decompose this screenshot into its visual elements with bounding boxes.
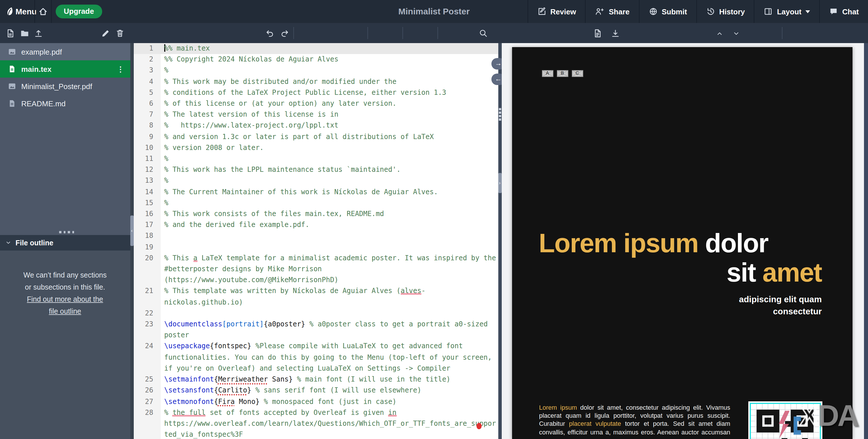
code-line-2[interactable]: 2%% Copyright 2024 Níckolas de Aguiar Al… — [134, 54, 498, 65]
file-tree-item-example.pdf[interactable]: example.pdf — [0, 43, 130, 60]
code-line-24[interactable]: 24\usepackage{fontspec} %Please compile … — [134, 341, 498, 374]
file-outline-body: We can’t find any sections or subsection… — [0, 251, 130, 439]
code-line-10[interactable]: 10% version 2008 or later. — [134, 143, 498, 153]
line-number: 2 — [134, 54, 161, 65]
line-content: \usepackage{fontspec} %Please compile wi… — [161, 341, 496, 374]
code-line-9[interactable]: 9% and version 1.3c or later is part of … — [134, 131, 498, 142]
file-menu-kebab-icon[interactable]: ⋮ — [117, 65, 124, 73]
file-list: example.pdfmain.tex⋮Minimalist_Poster.pd… — [0, 43, 130, 112]
code-editor-pane[interactable]: 1%% main.tex2%% Copyright 2024 Níckolas … — [134, 43, 498, 439]
collapse-sidebar-chevron[interactable]: ‹ — [130, 215, 134, 246]
poster-image-placeholders: ABC — [541, 70, 583, 77]
code-line-5[interactable]: 5% conditions of the LaTeX Project Publi… — [134, 87, 498, 98]
code-line-11[interactable]: 11% — [134, 153, 498, 164]
code-line-18[interactable]: 18 — [134, 231, 498, 242]
chat-button[interactable]: Chat — [819, 0, 868, 23]
code-line-13[interactable]: 13% — [134, 176, 498, 186]
code-line-3[interactable]: 3% — [134, 65, 498, 76]
file-outline-header[interactable]: File outline — [0, 235, 130, 251]
image-file-icon — [8, 48, 16, 56]
submit-icon — [648, 7, 658, 16]
poster-body-row: convallis, efficitur urna a, maximus ero… — [539, 428, 730, 436]
poster-subtitle: adipiscing elit quam consectetur — [739, 293, 822, 317]
line-number: 5 — [134, 87, 161, 98]
editor-pdf-divider[interactable]: › — [498, 43, 501, 439]
collapse-pdf-chevron[interactable]: › — [498, 173, 501, 193]
code-line-20[interactable]: 20% This a LaTeX template for a minimali… — [134, 253, 498, 286]
code-line-19[interactable]: 19 — [134, 242, 498, 253]
code-line-8[interactable]: 8% https://www.latex-project.org/lppl.tx… — [134, 120, 498, 131]
upload-icon[interactable] — [34, 28, 43, 38]
undo-icon[interactable] — [265, 28, 274, 38]
line-number: 26 — [134, 385, 161, 396]
file-name: README.md — [21, 99, 66, 108]
toolbar-separator — [402, 27, 403, 39]
code-line-25[interactable]: 25\setmainfont{Merriweather Sans} % main… — [134, 374, 498, 385]
outline-resize-grip[interactable] — [59, 231, 74, 233]
next-page-icon[interactable] — [733, 30, 740, 37]
download-pdf-icon[interactable] — [611, 28, 620, 38]
file-outline-title: File outline — [16, 239, 53, 247]
pdf-poster-page[interactable]: ABC Lorem ipsum dolor sit amet adipiscin… — [512, 47, 852, 439]
line-number: 16 — [134, 209, 161, 220]
line-content — [161, 308, 496, 319]
line-content: % This work may be distributed and/or mo… — [161, 76, 496, 87]
chevron-down-icon — [805, 10, 810, 13]
compile-logs-icon[interactable] — [593, 28, 602, 38]
line-number: 4 — [134, 76, 161, 87]
code-line-28[interactable]: 28% the full set of fonts accepted by Ov… — [134, 407, 498, 439]
code-line-23[interactable]: 23\documentclass[portrait]{a0poster} % a… — [134, 319, 498, 341]
line-number: 27 — [134, 396, 161, 407]
outline-help-link[interactable]: Find out more about thefile outline — [27, 295, 103, 316]
xda-bolt-mark — [779, 411, 789, 438]
toolbar-separator — [293, 27, 294, 39]
redo-icon[interactable] — [280, 28, 289, 38]
file-tree-item-main.tex[interactable]: main.tex⋮ — [0, 60, 130, 78]
code-line-14[interactable]: 14% The Current Maintainer of this work … — [134, 186, 498, 197]
file-tree-item-README.md[interactable]: README.md — [0, 95, 130, 112]
delete-trash-icon[interactable] — [115, 28, 125, 38]
line-number: 7 — [134, 109, 161, 120]
code-line-21[interactable]: 21% This template was written by Níckola… — [134, 286, 498, 308]
code-line-16[interactable]: 16% This work consists of the files main… — [134, 209, 498, 220]
previous-page-icon[interactable] — [716, 30, 723, 37]
poster-body-row: placerat quam id ligula porttitor, volut… — [539, 411, 730, 419]
pdf-preview-pane: ABC Lorem ipsum dolor sit amet adipiscin… — [501, 43, 868, 439]
layout-button[interactable]: Layout — [754, 0, 819, 23]
code-line-1[interactable]: 1%% main.tex — [134, 43, 498, 54]
line-content: % This work has the LPPL maintenance sta… — [161, 164, 496, 175]
chat-icon — [829, 7, 838, 16]
line-content: % version 2008 or later. — [161, 143, 496, 153]
toolbar-separator — [437, 27, 438, 39]
code-line-12[interactable]: 12% This work has the LPPL maintenance s… — [134, 164, 498, 175]
overleaf-app: Menu Upgrade Minimalist Poster ReviewSha… — [0, 0, 868, 439]
line-number: 28 — [134, 407, 161, 439]
new-folder-icon[interactable] — [20, 28, 29, 38]
rename-pencil-icon[interactable] — [101, 28, 110, 38]
code-line-17[interactable]: 17% and the derived file example.pdf. — [134, 220, 498, 231]
pdf-scrollbar[interactable] — [864, 43, 868, 439]
code-line-26[interactable]: 26\setsansfont{Carlito} % sans serif fon… — [134, 385, 498, 396]
line-content: % https://www.latex-project.org/lppl.txt — [161, 120, 496, 131]
review-button[interactable]: Review — [527, 0, 585, 23]
file-tree-item-Minimalist_Poster.pdf[interactable]: Minimalist_Poster.pdf — [0, 78, 130, 95]
code-line-27[interactable]: 27\setmonofont{Fira Mono} % monospaced f… — [134, 396, 498, 407]
line-number: 18 — [134, 231, 161, 242]
code-line-22[interactable]: 22 — [134, 308, 498, 319]
submit-button[interactable]: Submit — [639, 0, 696, 23]
history-button[interactable]: History — [696, 0, 754, 23]
code-line-6[interactable]: 6% of this license or (at your option) a… — [134, 98, 498, 109]
code-line-15[interactable]: 15% — [134, 198, 498, 209]
divider-grip-dots — [499, 108, 501, 122]
share-icon — [595, 7, 605, 16]
line-number: 10 — [134, 143, 161, 153]
share-button[interactable]: Share — [585, 0, 639, 23]
sidebar-resize-divider[interactable]: ‹ — [130, 43, 134, 439]
code-lines: 1%% main.tex2%% Copyright 2024 Níckolas … — [134, 43, 498, 439]
line-content: % — [161, 153, 496, 164]
code-line-7[interactable]: 7% The latest version of this license is… — [134, 109, 498, 120]
new-file-icon[interactable] — [6, 28, 15, 38]
code-line-4[interactable]: 4% This work may be distributed and/or m… — [134, 76, 498, 87]
search-icon[interactable] — [479, 28, 488, 38]
line-content: % and version 1.3c or later is part of a… — [161, 131, 496, 142]
